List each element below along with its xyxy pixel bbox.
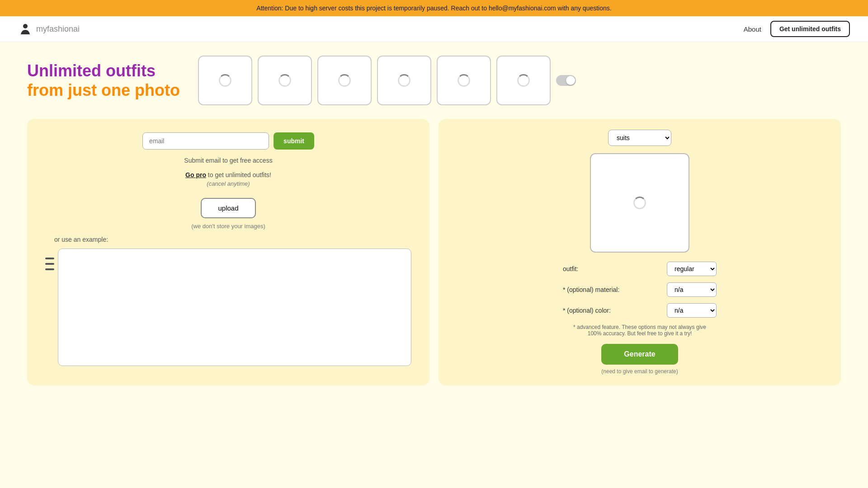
thumbnail-2[interactable]	[258, 56, 312, 105]
sidebar-line-2	[45, 263, 54, 265]
go-pro-text: Go pro to get unlimited outfits!	[185, 171, 271, 178]
toggle-knob	[566, 76, 575, 85]
logo-icon	[18, 22, 33, 36]
svg-point-0	[23, 24, 28, 28]
or-example-text: or use an example:	[54, 236, 108, 243]
loading-spinner-main	[633, 197, 646, 209]
main-content: submit Submit email to get free access G…	[0, 114, 868, 404]
header: myfashionai About Get unlimited outfits	[0, 16, 868, 42]
toggle-switch[interactable]	[556, 75, 576, 86]
announcement-banner: Attention: Due to high server costs this…	[0, 0, 868, 16]
hero-section: Unlimited outfits from just one photo	[0, 42, 868, 114]
logo-text: myfashionai	[36, 24, 80, 34]
generated-image-box	[590, 153, 689, 253]
upload-button[interactable]: upload	[201, 198, 255, 218]
style-select[interactable]: suits casual formal sportswear streetwea…	[608, 130, 671, 146]
loading-spinner-1	[219, 74, 231, 87]
material-label: * (optional) material:	[563, 286, 619, 293]
example-image-box[interactable]	[58, 249, 411, 366]
generate-button[interactable]: Generate	[601, 344, 678, 365]
loading-spinner-2	[278, 74, 291, 87]
outfit-thumbnails	[198, 56, 576, 105]
outfit-row: outfit: regular slim oversized	[563, 262, 717, 276]
right-panel: suits casual formal sportswear streetwea…	[439, 119, 841, 385]
banner-text: Attention: Due to high server costs this…	[256, 5, 611, 12]
about-link[interactable]: About	[744, 25, 761, 33]
no-store-text: (we don't store your images)	[191, 223, 265, 230]
email-row: submit	[142, 132, 314, 150]
hero-title: Unlimited outfits from just one photo	[27, 61, 180, 100]
outfit-label: outfit:	[563, 265, 578, 272]
color-label: * (optional) color:	[563, 307, 611, 314]
advanced-note: * advanced feature. These options may no…	[572, 324, 708, 337]
thumbnail-5[interactable]	[437, 56, 491, 105]
cancel-text: (cancel anytime)	[207, 180, 250, 187]
left-panel: submit Submit email to get free access G…	[27, 119, 429, 385]
loading-spinner-4	[398, 74, 410, 87]
material-select[interactable]: n/a cotton linen wool silk	[667, 282, 717, 297]
submit-button[interactable]: submit	[274, 132, 314, 150]
sidebar-line-3	[45, 268, 54, 270]
loading-spinner-6	[517, 74, 530, 87]
free-access-text: Submit email to get free access	[184, 157, 272, 164]
material-row: * (optional) material: n/a cotton linen …	[563, 282, 717, 297]
go-pro-link[interactable]: Go pro	[185, 171, 206, 178]
thumbnail-6[interactable]	[496, 56, 551, 105]
sidebar-line-1	[45, 258, 54, 259]
thumbnail-4[interactable]	[377, 56, 431, 105]
hero-title-line2: from just one photo	[27, 81, 180, 99]
color-select[interactable]: n/a black white navy grey	[667, 303, 717, 318]
logo-area: myfashionai	[18, 22, 80, 36]
thumbnail-3[interactable]	[317, 56, 372, 105]
options-area: outfit: regular slim oversized * (option…	[563, 262, 717, 324]
outfit-select[interactable]: regular slim oversized	[667, 262, 717, 276]
color-row: * (optional) color: n/a black white navy…	[563, 303, 717, 318]
email-input[interactable]	[142, 132, 269, 150]
loading-spinner-5	[458, 74, 470, 87]
sidebar-lines	[45, 249, 54, 270]
need-email-text: (need to give email to generate)	[601, 368, 678, 375]
header-nav: About Get unlimited outfits	[744, 21, 850, 37]
get-unlimited-button[interactable]: Get unlimited outfits	[770, 21, 850, 37]
loading-spinner-3	[338, 74, 351, 87]
thumbnail-1[interactable]	[198, 56, 252, 105]
hero-title-line1: Unlimited outfits	[27, 61, 156, 80]
example-area	[45, 249, 411, 366]
